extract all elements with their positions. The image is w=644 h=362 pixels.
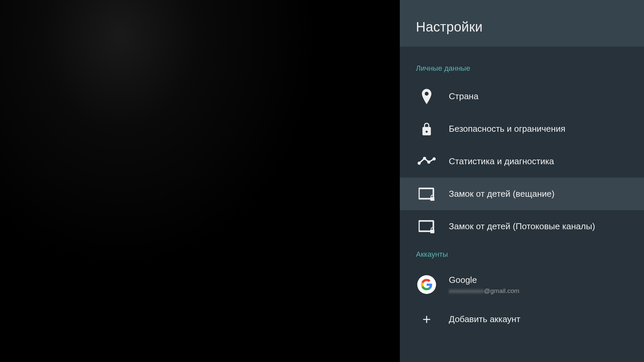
settings-item-statistics[interactable]: Статистика и диагностика xyxy=(400,145,644,178)
lock-icon xyxy=(416,122,437,136)
svg-line-6 xyxy=(429,159,434,162)
svg-line-5 xyxy=(425,158,429,162)
settings-item-label: Замок от детей (вещание) xyxy=(449,189,554,199)
section-personal-header: Личные данные xyxy=(400,57,644,80)
settings-item-google-account[interactable]: Google xxxxxxxxxxx @gmail.com xyxy=(400,266,644,303)
plus-icon xyxy=(416,313,437,325)
settings-body: Личные данные Страна Безопасность и огра… xyxy=(400,47,644,362)
settings-item-label: Безопасность и ограничения xyxy=(449,124,566,134)
svg-line-4 xyxy=(419,158,425,163)
google-account-title: Google xyxy=(449,275,519,285)
settings-item-country[interactable]: Страна xyxy=(400,80,644,113)
section-accounts-header: Аккаунты xyxy=(400,243,644,266)
settings-item-label: Добавить аккаунт xyxy=(449,314,520,324)
settings-panel: Настройки Личные данные Страна Безопасно… xyxy=(400,0,644,362)
settings-item-child-lock-broadcast[interactable]: Замок от детей (вещание) xyxy=(400,178,644,210)
settings-item-label: Статистика и диагностика xyxy=(449,156,554,167)
tv-lock-icon xyxy=(416,220,437,233)
google-account-email-suffix: @gmail.com xyxy=(484,287,520,295)
tv-lock-icon xyxy=(416,187,437,201)
svg-rect-8 xyxy=(430,197,434,201)
google-icon xyxy=(416,275,437,294)
settings-item-label: Страна xyxy=(449,91,478,102)
timeline-icon xyxy=(416,156,437,167)
settings-item-label: Замок от детей (Потоковые каналы) xyxy=(449,221,595,232)
settings-title: Настройки xyxy=(416,19,628,35)
svg-rect-10 xyxy=(430,230,434,233)
settings-item-child-lock-streaming[interactable]: Замок от детей (Потоковые каналы) xyxy=(400,210,644,243)
settings-item-add-account[interactable]: Добавить аккаунт xyxy=(400,303,644,336)
settings-item-security[interactable]: Безопасность и ограничения xyxy=(400,113,644,145)
location-pin-icon xyxy=(416,89,437,104)
main-background xyxy=(0,0,400,362)
settings-header: Настройки xyxy=(400,0,644,47)
google-account-email-prefix: xxxxxxxxxxx xyxy=(449,287,484,295)
